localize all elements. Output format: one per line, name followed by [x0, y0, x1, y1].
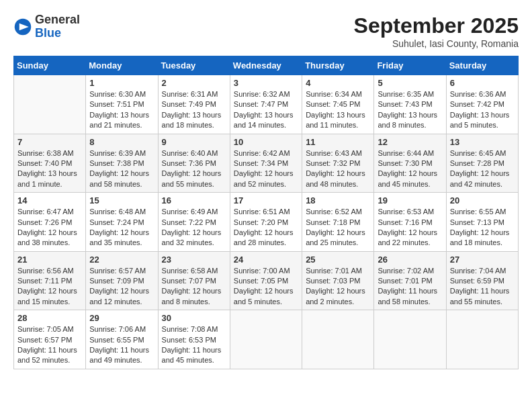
day-number: 10 [234, 137, 298, 147]
day-info: Sunrise: 6:31 AM Sunset: 7:49 PM Dayligh… [162, 89, 226, 131]
calendar: SundayMondayTuesdayWednesdayThursdayFrid… [13, 56, 519, 369]
day-number: 12 [378, 137, 442, 147]
calendar-cell: 17Sunrise: 6:51 AM Sunset: 7:20 PM Dayli… [230, 193, 302, 252]
day-number: 1 [89, 78, 154, 88]
calendar-cell [302, 310, 374, 369]
day-info: Sunrise: 6:49 AM Sunset: 7:22 PM Dayligh… [162, 207, 226, 248]
day-number: 24 [234, 255, 298, 265]
day-info: Sunrise: 6:55 AM Sunset: 7:13 PM Dayligh… [450, 207, 515, 248]
title-block: September 2025 Suhulet, Iasi County, Rom… [354, 13, 519, 49]
weekday-header: Tuesday [158, 56, 230, 75]
day-number: 17 [234, 195, 298, 205]
page-header: General Blue September 2025 Suhulet, Ias… [13, 13, 519, 49]
day-info: Sunrise: 6:30 AM Sunset: 7:51 PM Dayligh… [89, 89, 154, 131]
calendar-cell: 23Sunrise: 6:58 AM Sunset: 7:07 PM Dayli… [158, 251, 230, 310]
day-number: 23 [162, 255, 226, 265]
day-number: 16 [162, 195, 226, 205]
day-number: 28 [17, 313, 82, 323]
day-number: 6 [450, 78, 515, 88]
calendar-cell: 19Sunrise: 6:53 AM Sunset: 7:16 PM Dayli… [374, 193, 446, 252]
calendar-cell [374, 310, 446, 369]
day-info: Sunrise: 6:47 AM Sunset: 7:26 PM Dayligh… [17, 207, 82, 248]
day-number: 13 [450, 137, 515, 147]
weekday-header-row: SundayMondayTuesdayWednesdayThursdayFrid… [14, 56, 519, 75]
calendar-cell: 6Sunrise: 6:36 AM Sunset: 7:42 PM Daylig… [446, 75, 518, 134]
calendar-cell: 1Sunrise: 6:30 AM Sunset: 7:51 PM Daylig… [86, 75, 158, 134]
day-number: 27 [450, 255, 515, 265]
calendar-cell: 26Sunrise: 7:02 AM Sunset: 7:01 PM Dayli… [374, 251, 446, 310]
day-info: Sunrise: 6:57 AM Sunset: 7:09 PM Dayligh… [89, 266, 154, 308]
day-number: 20 [450, 195, 515, 205]
day-info: Sunrise: 7:00 AM Sunset: 7:05 PM Dayligh… [234, 266, 298, 308]
calendar-cell: 10Sunrise: 6:42 AM Sunset: 7:34 PM Dayli… [230, 134, 302, 193]
day-info: Sunrise: 6:44 AM Sunset: 7:30 PM Dayligh… [378, 148, 442, 190]
calendar-cell: 14Sunrise: 6:47 AM Sunset: 7:26 PM Dayli… [14, 193, 86, 252]
day-info: Sunrise: 6:52 AM Sunset: 7:18 PM Dayligh… [306, 207, 370, 248]
day-number: 2 [162, 78, 226, 88]
calendar-cell: 28Sunrise: 7:05 AM Sunset: 6:57 PM Dayli… [14, 310, 86, 369]
location: Suhulet, Iasi County, Romania [354, 38, 519, 49]
day-info: Sunrise: 6:53 AM Sunset: 7:16 PM Dayligh… [378, 207, 442, 248]
calendar-cell: 8Sunrise: 6:39 AM Sunset: 7:38 PM Daylig… [86, 134, 158, 193]
calendar-week-row: 1Sunrise: 6:30 AM Sunset: 7:51 PM Daylig… [14, 75, 519, 134]
day-number: 4 [306, 78, 370, 88]
day-number: 29 [89, 313, 154, 323]
day-number: 21 [17, 255, 82, 265]
day-number: 19 [378, 195, 442, 205]
day-number: 7 [17, 137, 82, 147]
month-title: September 2025 [354, 13, 519, 38]
logo: General Blue [13, 13, 80, 40]
day-number: 22 [89, 255, 154, 265]
calendar-cell: 13Sunrise: 6:45 AM Sunset: 7:28 PM Dayli… [446, 134, 518, 193]
calendar-cell: 3Sunrise: 6:32 AM Sunset: 7:47 PM Daylig… [230, 75, 302, 134]
day-info: Sunrise: 7:02 AM Sunset: 7:01 PM Dayligh… [378, 266, 442, 308]
calendar-cell: 20Sunrise: 6:55 AM Sunset: 7:13 PM Dayli… [446, 193, 518, 252]
calendar-cell: 5Sunrise: 6:35 AM Sunset: 7:43 PM Daylig… [374, 75, 446, 134]
day-info: Sunrise: 7:08 AM Sunset: 6:53 PM Dayligh… [162, 324, 226, 366]
day-number: 3 [234, 78, 298, 88]
day-info: Sunrise: 6:58 AM Sunset: 7:07 PM Dayligh… [162, 266, 226, 308]
logo-general: General [35, 13, 80, 26]
weekday-header: Monday [86, 56, 158, 75]
weekday-header: Friday [374, 56, 446, 75]
calendar-cell: 15Sunrise: 6:48 AM Sunset: 7:24 PM Dayli… [86, 193, 158, 252]
logo-blue: Blue [35, 26, 61, 40]
day-info: Sunrise: 6:32 AM Sunset: 7:47 PM Dayligh… [234, 89, 298, 131]
day-number: 25 [306, 255, 370, 265]
day-info: Sunrise: 6:36 AM Sunset: 7:42 PM Dayligh… [450, 89, 515, 131]
calendar-cell: 25Sunrise: 7:01 AM Sunset: 7:03 PM Dayli… [302, 251, 374, 310]
day-info: Sunrise: 7:05 AM Sunset: 6:57 PM Dayligh… [17, 324, 82, 366]
day-number: 30 [162, 313, 226, 323]
weekday-header: Wednesday [230, 56, 302, 75]
day-info: Sunrise: 7:04 AM Sunset: 6:59 PM Dayligh… [450, 266, 515, 308]
calendar-cell: 12Sunrise: 6:44 AM Sunset: 7:30 PM Dayli… [374, 134, 446, 193]
calendar-cell: 7Sunrise: 6:38 AM Sunset: 7:40 PM Daylig… [14, 134, 86, 193]
day-number: 9 [162, 137, 226, 147]
calendar-cell: 30Sunrise: 7:08 AM Sunset: 6:53 PM Dayli… [158, 310, 230, 369]
calendar-cell [230, 310, 302, 369]
calendar-week-row: 14Sunrise: 6:47 AM Sunset: 7:26 PM Dayli… [14, 193, 519, 252]
day-info: Sunrise: 6:35 AM Sunset: 7:43 PM Dayligh… [378, 89, 442, 131]
calendar-cell: 16Sunrise: 6:49 AM Sunset: 7:22 PM Dayli… [158, 193, 230, 252]
day-number: 8 [89, 137, 154, 147]
calendar-cell: 22Sunrise: 6:57 AM Sunset: 7:09 PM Dayli… [86, 251, 158, 310]
calendar-cell: 4Sunrise: 6:34 AM Sunset: 7:45 PM Daylig… [302, 75, 374, 134]
day-number: 18 [306, 195, 370, 205]
day-info: Sunrise: 6:48 AM Sunset: 7:24 PM Dayligh… [89, 207, 154, 248]
calendar-cell [446, 310, 518, 369]
calendar-cell: 29Sunrise: 7:06 AM Sunset: 6:55 PM Dayli… [86, 310, 158, 369]
day-info: Sunrise: 6:38 AM Sunset: 7:40 PM Dayligh… [17, 148, 82, 190]
day-info: Sunrise: 6:34 AM Sunset: 7:45 PM Dayligh… [306, 89, 370, 131]
day-info: Sunrise: 7:01 AM Sunset: 7:03 PM Dayligh… [306, 266, 370, 308]
day-number: 11 [306, 137, 370, 147]
calendar-week-row: 28Sunrise: 7:05 AM Sunset: 6:57 PM Dayli… [14, 310, 519, 369]
logo-text: General Blue [35, 13, 80, 40]
day-number: 14 [17, 195, 82, 205]
logo-icon [13, 17, 32, 36]
day-number: 15 [89, 195, 154, 205]
calendar-cell: 18Sunrise: 6:52 AM Sunset: 7:18 PM Dayli… [302, 193, 374, 252]
weekday-header: Thursday [302, 56, 374, 75]
day-info: Sunrise: 6:40 AM Sunset: 7:36 PM Dayligh… [162, 148, 226, 190]
calendar-cell: 2Sunrise: 6:31 AM Sunset: 7:49 PM Daylig… [158, 75, 230, 134]
day-info: Sunrise: 6:42 AM Sunset: 7:34 PM Dayligh… [234, 148, 298, 190]
